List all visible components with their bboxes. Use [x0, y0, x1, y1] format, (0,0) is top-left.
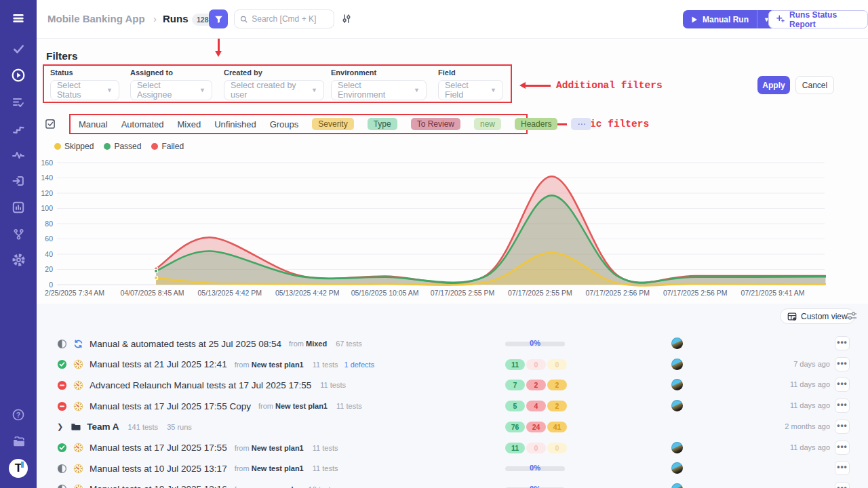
list-check-icon — [12, 96, 25, 112]
run-row[interactable]: Manual tests at 10 Jul 2025 13:16from pa… — [42, 479, 860, 488]
status-failed-icon — [57, 401, 67, 411]
apply-button[interactable]: Apply — [757, 76, 790, 94]
run-row[interactable]: Advanced Relaunch Manual tests at 17 Jul… — [42, 375, 860, 395]
run-row[interactable]: Manual tests at 17 Jul 2025 17:55from Ne… — [42, 438, 860, 458]
breadcrumb-project[interactable]: Mobile Banking App — [47, 13, 145, 24]
skipped-badge: 2 — [547, 401, 567, 411]
svg-text:05/13/2025 4:42 PM: 05/13/2025 4:42 PM — [198, 289, 262, 297]
sidebar-item-play-circle[interactable] — [0, 67, 37, 86]
row-menu-button[interactable]: ••• — [835, 357, 850, 371]
filter-label: Status — [50, 68, 119, 77]
filter-select-field[interactable]: Select Field▼ — [438, 80, 503, 100]
search-input[interactable] — [252, 14, 328, 24]
failed-badge: 4 — [526, 401, 546, 411]
filter-select-created-by[interactable]: Select created by user▼ — [224, 80, 324, 100]
passed-badge: 76 — [505, 422, 525, 432]
sidebar-item-folders[interactable] — [0, 433, 37, 452]
row-menu-button[interactable]: ••• — [835, 378, 850, 392]
manual-run-button[interactable]: Manual Run ▼ — [683, 10, 776, 28]
legend-label: Passed — [114, 142, 141, 151]
filter-placeholder: Select created by user — [231, 81, 307, 100]
group-row[interactable]: ❯Team A141 tests35 runs7624412 months ag… — [42, 417, 860, 437]
run-time-ago: 2 months ago — [785, 422, 830, 430]
svg-text:05/16/2025 10:05 AM: 05/16/2025 10:05 AM — [351, 289, 419, 297]
search-box[interactable] — [234, 9, 334, 28]
sidebar-item-report[interactable] — [0, 199, 37, 218]
tab-groups[interactable]: Groups — [270, 119, 299, 129]
run-title[interactable]: Manual tests at 17 Jul 2025 17:55 Copy — [90, 401, 251, 411]
runs-status-report-button[interactable]: Runs Status Report — [768, 10, 868, 28]
group-title[interactable]: Team A — [87, 422, 119, 432]
legend-item-skipped[interactable]: Skipped — [54, 142, 94, 151]
sidebar-item-gear[interactable] — [0, 251, 37, 270]
list-settings-icon[interactable] — [846, 311, 857, 323]
search-icon — [240, 15, 248, 24]
funnel-icon — [214, 15, 223, 24]
filter-funnel-button[interactable] — [209, 9, 228, 28]
run-row[interactable]: Manual tests at 17 Jul 2025 17:55 Copyfr… — [42, 396, 860, 416]
row-menu-button[interactable]: ••• — [835, 336, 850, 350]
run-title[interactable]: Advanced Relaunch Manual tests at 17 Jul… — [90, 380, 311, 390]
report-icon — [12, 201, 25, 217]
filter-select-environment[interactable]: Select Environment▼ — [331, 80, 427, 100]
chevron-right-icon[interactable]: ❯ — [57, 422, 63, 431]
chevron-down-icon: ▼ — [311, 87, 317, 94]
edit-list-icon[interactable] — [45, 118, 56, 132]
run-time-ago: 11 days ago — [790, 380, 830, 388]
gauge-icon — [73, 443, 83, 453]
tab-manual[interactable]: Manual — [79, 119, 108, 129]
svg-text:40: 40 — [45, 250, 53, 258]
tag-chip-type[interactable]: Type — [368, 118, 397, 130]
status-in-progress-icon — [57, 339, 67, 349]
passed-badge: 7 — [505, 380, 525, 390]
sidebar-item-check[interactable] — [0, 41, 37, 60]
sidebar-item-activity[interactable] — [0, 147, 37, 166]
run-row[interactable]: Manual & automated tests at 25 Jul 2025 … — [42, 333, 860, 354]
failed-badge: 2 — [526, 380, 546, 390]
breadcrumb-section-runs[interactable]: Runs — [163, 13, 189, 24]
filter-select-assigned-to[interactable]: Select Assignee▼ — [130, 80, 212, 100]
tab-unfinished[interactable]: Unfinished — [214, 119, 256, 129]
tag-chip-to-review[interactable]: To Review — [411, 118, 460, 130]
tab-automated[interactable]: Automated — [121, 119, 164, 129]
svg-text:0: 0 — [49, 281, 53, 289]
run-row[interactable]: Manual tests at 10 Jul 2025 13:17from Ne… — [42, 458, 860, 479]
run-title[interactable]: Manual & automated tests at 25 Jul 2025 … — [90, 339, 281, 349]
run-title[interactable]: Manual tests at 17 Jul 2025 17:55 — [90, 443, 227, 453]
tag-chip-severity[interactable]: Severity — [312, 118, 353, 130]
run-title[interactable]: Manual tests at 10 Jul 2025 13:16 — [90, 484, 227, 488]
row-menu-button[interactable]: ••• — [835, 461, 850, 475]
sidebar-item-help[interactable]: ? — [0, 407, 37, 426]
run-row[interactable]: Manual tests at 21 Jul 2025 12:41from Ne… — [42, 354, 860, 375]
filter-select-status[interactable]: Select Status▼ — [50, 80, 119, 100]
row-menu-button[interactable]: ••• — [835, 441, 850, 455]
tab-mixed[interactable]: Mixed — [178, 119, 201, 129]
run-title[interactable]: Manual tests at 21 Jul 2025 12:41 — [90, 359, 227, 369]
app-logo[interactable]: T — [9, 459, 28, 478]
legend-item-passed[interactable]: Passed — [104, 142, 141, 151]
legend-item-failed[interactable]: Failed — [151, 142, 184, 151]
runs-trend-chart[interactable]: 1601401201008060402002/25/2025 7:34 AM04… — [39, 160, 826, 301]
svg-text:05/13/2025 4:42 PM: 05/13/2025 4:42 PM — [275, 289, 340, 297]
sync-icon — [73, 339, 83, 349]
sidebar-item-branch[interactable] — [0, 226, 37, 245]
cancel-button[interactable]: Cancel — [795, 76, 834, 94]
sidebar-item-import[interactable] — [0, 173, 37, 192]
run-title[interactable]: Manual tests at 10 Jul 2025 13:17 — [90, 464, 227, 474]
row-menu-button[interactable]: ••• — [835, 399, 850, 413]
row-menu-button[interactable]: ••• — [835, 482, 850, 488]
sidebar-item-steps[interactable] — [0, 121, 37, 140]
row-menu-button[interactable]: ••• — [835, 420, 850, 434]
avatar — [671, 359, 683, 370]
custom-view-button[interactable]: Custom view — [780, 308, 855, 324]
sidebar-item-list-check[interactable] — [0, 94, 37, 113]
more-tags-chip[interactable]: ⋯ — [571, 118, 591, 130]
run-defects-link[interactable]: 1 defects — [344, 361, 374, 369]
table-view-icon — [787, 312, 797, 321]
avatar — [671, 442, 683, 453]
run-from: from Mixed — [289, 340, 327, 348]
search-settings-icon[interactable] — [341, 14, 352, 26]
tag-chip-new[interactable]: new — [474, 118, 501, 130]
sidebar-item-menu[interactable] — [0, 10, 37, 29]
tag-chip-headers[interactable]: Headers — [515, 118, 557, 130]
